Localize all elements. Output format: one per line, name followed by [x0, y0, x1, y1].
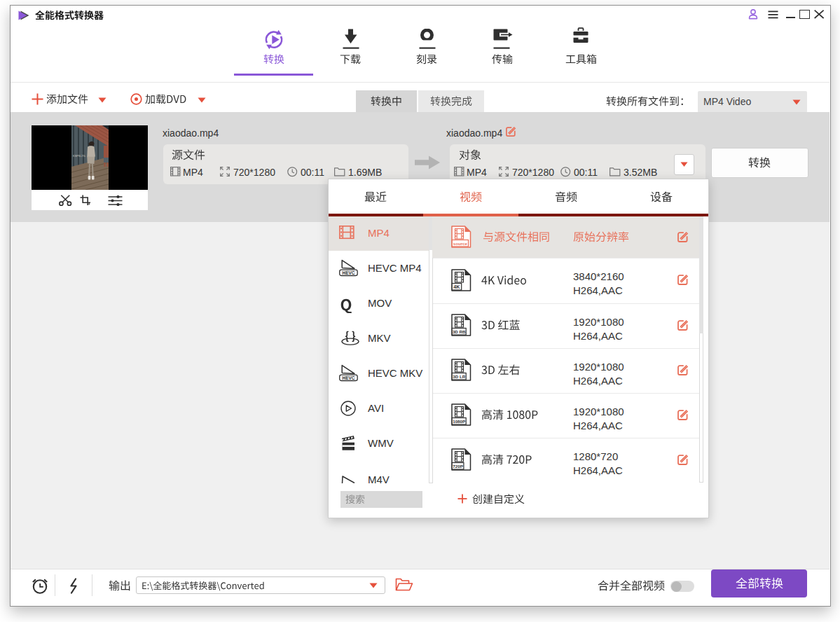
svg-text:4K: 4K	[453, 284, 460, 290]
svg-text:3D RB: 3D RB	[453, 329, 466, 334]
svg-text:3D LR: 3D LR	[453, 374, 465, 379]
svg-text:KSPN 2%: KSPN 2%	[73, 154, 85, 158]
svg-text:720P: 720P	[453, 464, 462, 469]
svg-text:HEVC: HEVC	[343, 270, 355, 275]
svg-text:1080P: 1080P	[453, 419, 465, 424]
svg-text:source: source	[453, 241, 468, 246]
svg-text:HEVC: HEVC	[343, 375, 355, 380]
